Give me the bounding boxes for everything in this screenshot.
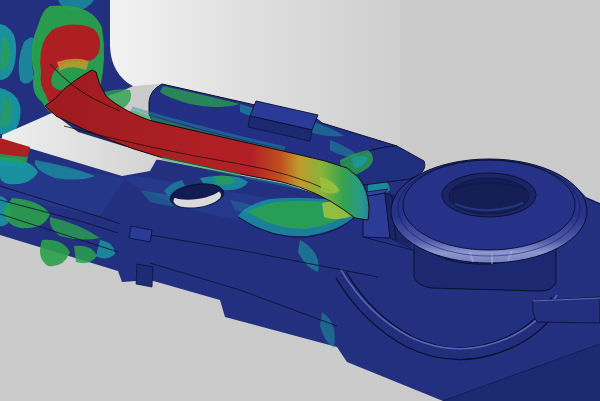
fea-render-window: [0, 0, 600, 401]
plate-step-foot: [136, 264, 153, 287]
fea-viewport[interactable]: [0, 0, 600, 401]
